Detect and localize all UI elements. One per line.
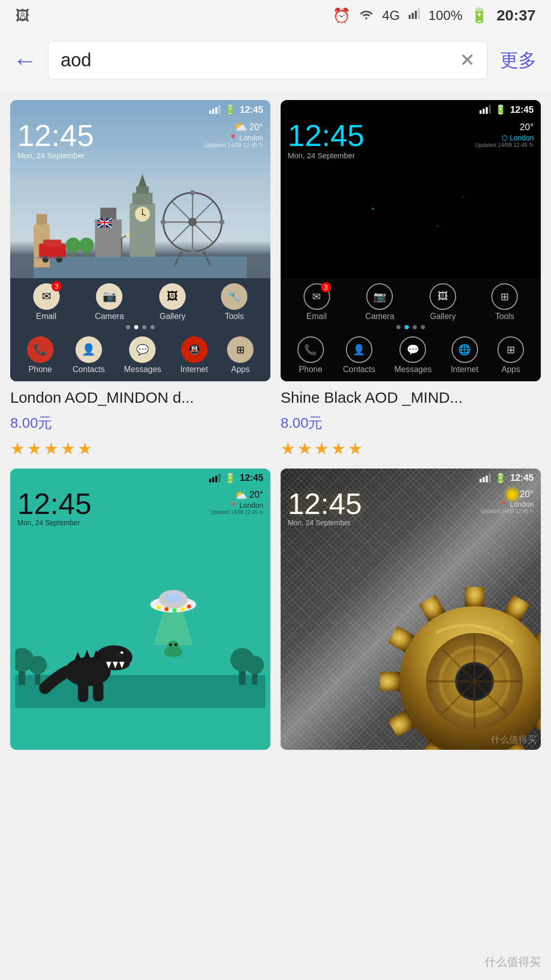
result-item-gear[interactable]: 🔋 12:45 12:45 Mon, 24 September 20° xyxy=(281,469,541,750)
result-image-dino[interactable]: 🔋 12:45 12:45 Mon, 24 September ⛅ 20° � xyxy=(10,469,270,750)
svg-rect-54 xyxy=(483,109,485,114)
svg-rect-100 xyxy=(486,476,488,482)
search-input-wrap[interactable]: aod ✕ xyxy=(48,41,488,80)
watermark: 什么值得买 xyxy=(485,954,541,970)
svg-point-82 xyxy=(117,650,124,657)
search-bar: ← aod ✕ 更多 xyxy=(0,31,551,90)
svg-point-83 xyxy=(120,651,123,654)
svg-point-70 xyxy=(165,607,169,611)
svg-rect-2 xyxy=(412,13,414,19)
status-right-icons: ⏰ 4G 100% 🔋 20:37 xyxy=(333,7,536,24)
svg-rect-3 xyxy=(415,11,417,19)
svg-rect-90 xyxy=(93,681,104,701)
svg-rect-9 xyxy=(34,257,247,278)
svg-marker-36 xyxy=(138,174,147,186)
result-image-black[interactable]: 🔋 12:45 12:45 Mon, 24 September ☁ 20° ⬡ xyxy=(281,100,541,381)
status-left-icons: 🖼 xyxy=(15,0,30,31)
alarm-icon: ⏰ xyxy=(333,7,350,24)
svg-point-46 xyxy=(219,219,224,225)
svg-point-44 xyxy=(190,249,195,254)
svg-point-76 xyxy=(167,641,179,652)
battery-icon: 🔋 xyxy=(470,7,488,24)
product-stars-black: ★★★★★ xyxy=(281,439,541,458)
svg-line-50 xyxy=(121,235,127,238)
svg-marker-74 xyxy=(154,611,193,645)
svg-rect-55 xyxy=(486,107,488,114)
svg-rect-89 xyxy=(78,683,89,702)
svg-rect-7 xyxy=(215,107,217,114)
product-title-london: London AOD_MINDON d... xyxy=(10,387,270,407)
search-input[interactable]: aod xyxy=(61,50,452,71)
clear-button[interactable]: ✕ xyxy=(460,50,475,71)
svg-rect-5 xyxy=(209,110,211,114)
svg-marker-92 xyxy=(84,650,90,658)
svg-rect-1 xyxy=(409,15,411,19)
svg-point-68 xyxy=(164,593,182,603)
svg-rect-6 xyxy=(212,109,214,114)
svg-rect-4 xyxy=(418,8,420,19)
svg-rect-98 xyxy=(480,479,482,482)
svg-point-17 xyxy=(66,237,81,252)
status-bar: 🖼 ⏰ 4G 100% 🔋 20:37 xyxy=(0,0,551,31)
svg-point-43 xyxy=(190,190,195,195)
svg-point-19 xyxy=(79,237,94,252)
network-badge: 4G xyxy=(382,8,400,23)
image-icon: 🖼 xyxy=(15,7,30,24)
product-title-black: Shine Black AOD _MIND... xyxy=(281,387,541,407)
product-price-black: 8.00元 xyxy=(281,413,541,433)
svg-point-77 xyxy=(169,643,172,646)
svg-rect-8 xyxy=(218,105,220,114)
svg-rect-58 xyxy=(212,477,214,482)
svg-rect-30 xyxy=(132,193,153,205)
svg-point-45 xyxy=(161,219,166,225)
svg-point-73 xyxy=(187,604,191,608)
svg-rect-56 xyxy=(489,105,491,114)
result-image-london[interactable]: 🔋 12:45 12:45 Mon, 24 September ⛅ 20° � xyxy=(10,100,270,381)
result-item-london[interactable]: 🔋 12:45 12:45 Mon, 24 September ⛅ 20° � xyxy=(10,100,270,458)
svg-rect-101 xyxy=(489,474,491,482)
result-image-gear[interactable]: 🔋 12:45 12:45 Mon, 24 September 20° xyxy=(281,469,541,750)
svg-rect-28 xyxy=(97,222,111,223)
svg-rect-21 xyxy=(101,208,116,219)
product-stars-london: ★★★★★ xyxy=(10,439,270,458)
product-price-london: 8.00元 xyxy=(10,413,270,433)
battery-text: 100% xyxy=(429,8,463,23)
svg-rect-99 xyxy=(483,477,485,482)
back-button[interactable]: ← xyxy=(12,46,38,75)
result-item-black[interactable]: 🔋 12:45 12:45 Mon, 24 September ☁ 20° ⬡ xyxy=(281,100,541,458)
clock: 20:37 xyxy=(496,7,536,24)
svg-marker-91 xyxy=(74,652,81,659)
signal-icon xyxy=(408,8,420,23)
svg-point-51 xyxy=(126,233,129,236)
svg-point-78 xyxy=(174,643,177,646)
svg-rect-59 xyxy=(215,476,217,482)
svg-point-69 xyxy=(157,605,161,609)
svg-rect-53 xyxy=(480,110,482,114)
svg-rect-11 xyxy=(36,214,47,225)
svg-rect-57 xyxy=(209,479,211,482)
svg-point-65 xyxy=(29,656,47,674)
results-grid: 🔋 12:45 12:45 Mon, 24 September ⛅ 20° � xyxy=(0,90,551,750)
more-button[interactable]: 更多 xyxy=(498,48,539,73)
wifi-icon xyxy=(359,8,374,23)
result-item-dino[interactable]: 🔋 12:45 12:45 Mon, 24 September ⛅ 20° � xyxy=(10,469,270,750)
svg-rect-31 xyxy=(136,186,149,194)
svg-point-72 xyxy=(181,607,185,611)
svg-rect-60 xyxy=(218,474,220,482)
svg-rect-52 xyxy=(34,257,247,258)
svg-rect-13 xyxy=(43,240,62,247)
svg-point-0 xyxy=(365,17,367,19)
svg-point-97 xyxy=(245,656,264,674)
